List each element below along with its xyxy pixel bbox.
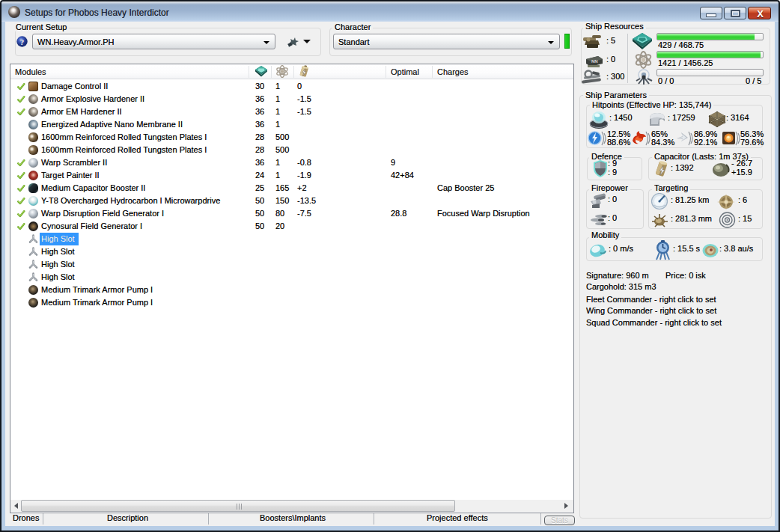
svg-text:?: ? [20,37,25,46]
svg-text:NN: NN [591,59,598,64]
